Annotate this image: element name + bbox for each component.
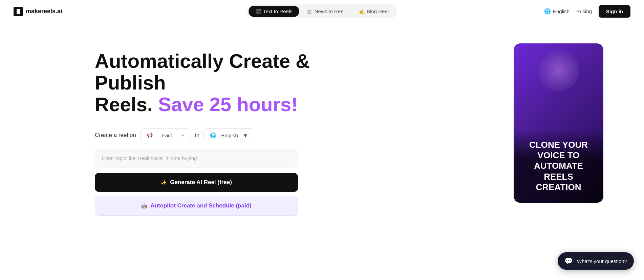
create-reel-row: Create a reel on 📢 Fact ▼ in 🌐 English ▼ bbox=[95, 128, 349, 142]
signin-button[interactable]: Sign in bbox=[599, 5, 630, 18]
autopilot-button[interactable]: 🤖 Autopilot Create and Schedule (paid) bbox=[95, 196, 298, 216]
tab-news-to-reel[interactable]: 📰 News to Reel bbox=[300, 6, 351, 17]
nav-right: 🌐 English Pricing Sign in bbox=[544, 5, 630, 18]
tab-text-to-reels[interactable]: 🎬 Text to Reels bbox=[249, 6, 299, 17]
language-button[interactable]: 🌐 English bbox=[544, 8, 570, 15]
generate-button[interactable]: ✨ Generate AI Reel (free) bbox=[95, 173, 298, 192]
chat-icon: 💬 bbox=[564, 257, 573, 265]
chat-label: What's your question? bbox=[577, 258, 627, 264]
language-dropdown[interactable]: 🌐 English ▼ bbox=[203, 128, 254, 142]
main-content: Automatically Create & Publish Reels. Sa… bbox=[0, 23, 644, 236]
logo[interactable]: makereels.ai bbox=[14, 7, 62, 16]
newspaper-icon: 📰 bbox=[307, 9, 313, 14]
translate-icon-small: 🌐 bbox=[210, 132, 216, 138]
logo-text: makereels.ai bbox=[26, 8, 62, 15]
fact-icon: 📢 bbox=[147, 132, 153, 138]
chevron-down-icon: ▼ bbox=[181, 134, 185, 137]
headline: Automatically Create & Publish Reels. Sa… bbox=[95, 50, 349, 115]
chevron-down-icon-lang: ▼ bbox=[243, 133, 248, 138]
logo-icon bbox=[14, 7, 23, 16]
wand-icon: ✨ bbox=[161, 180, 167, 185]
card-text: CLONE YOUR VOICE TO AUTOMATE REELS CREAT… bbox=[520, 140, 597, 193]
in-label: in bbox=[195, 132, 199, 139]
pricing-button[interactable]: Pricing bbox=[576, 8, 592, 14]
robot-icon: 🤖 bbox=[141, 203, 147, 208]
tab-blog-reel[interactable]: ✍️ Blog Reel bbox=[352, 6, 395, 17]
chat-widget[interactable]: 💬 What's your question? bbox=[558, 252, 634, 270]
card-overlay: CLONE YOUR VOICE TO AUTOMATE REELS CREAT… bbox=[514, 129, 603, 203]
fact-dropdown[interactable]: 📢 Fact ▼ bbox=[140, 128, 191, 142]
topic-input[interactable] bbox=[95, 149, 298, 167]
left-content: Automatically Create & Publish Reels. Sa… bbox=[95, 50, 349, 216]
pencil-icon: ✍️ bbox=[359, 9, 365, 14]
navbar: makereels.ai 🎬 Text to Reels 📰 News to R… bbox=[0, 0, 644, 23]
create-label: Create a reel on bbox=[95, 132, 136, 139]
preview-card: CLONE YOUR VOICE TO AUTOMATE REELS CREAT… bbox=[514, 43, 603, 203]
video-icon: 🎬 bbox=[255, 9, 261, 14]
nav-tabs: 🎬 Text to Reels 📰 News to Reel ✍️ Blog R… bbox=[247, 4, 397, 18]
translate-icon: 🌐 bbox=[544, 8, 551, 15]
